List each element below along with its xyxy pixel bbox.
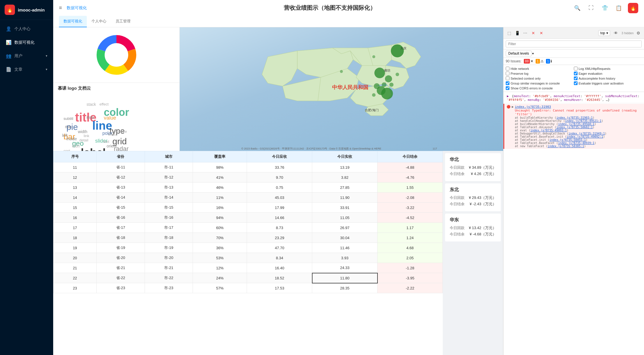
devtools-close-btn[interactable]: ✕ — [538, 30, 545, 37]
word-cloud-word[interactable]: text — [103, 139, 109, 144]
table-row[interactable]: 12 省-12 市-12 41% 9.70 3.82 -4.76 — [53, 172, 443, 183]
sidebar-item-users[interactable]: 👥 用户 ▾ — [0, 49, 53, 63]
sidebar-item-articles[interactable]: 📄 文章 ▾ — [0, 63, 53, 76]
header: ≡ 数据可视化 营收业绩图示（地图不支持国际化） 🔍 ⛶ 👕 📋 🔥 — [53, 0, 644, 16]
summary-row: 今日结余 ¥ -2.43（万元） — [450, 202, 496, 207]
word-cloud-word[interactable]: cont — [64, 149, 70, 151]
svg-text:中华人民共和国: 中华人民共和国 — [332, 84, 368, 90]
option-group-similar[interactable]: Group similar messages in console — [506, 81, 574, 85]
devtools-device-btn[interactable]: 📱 — [514, 30, 521, 37]
eval-triggers-checkbox[interactable] — [574, 81, 578, 85]
chart-icon: 📊 — [6, 40, 12, 45]
eager-eval-checkbox[interactable] — [574, 72, 578, 75]
word-cloud-word[interactable]: icon — [72, 144, 80, 148]
table-row[interactable]: 17 省-17 市-17 60% 8.73 26.97 1.17 — [53, 223, 443, 233]
word-cloud-word[interactable]: line — [92, 119, 112, 132]
table-row[interactable]: 20 省-20 市-20 53% 8.34 3.93 2.05 — [53, 253, 443, 263]
word-cloud-word[interactable]: stack — [87, 102, 96, 107]
cell-city: 市-16 — [145, 213, 193, 223]
devtools-eye-btn[interactable]: 👁 — [612, 30, 619, 37]
show-cors-checkbox[interactable] — [506, 86, 509, 90]
table-row[interactable]: 11 省-11 市-11 98% 33.76 13.19 -4.88 — [53, 162, 443, 172]
word-cloud-word[interactable]: inverse — [89, 149, 101, 151]
option-eval-triggers[interactable]: Evaluate triggers user activation — [574, 81, 642, 85]
word-cloud-word[interactable]: subtitl — [64, 116, 73, 121]
log-xml-checkbox[interactable] — [574, 67, 578, 70]
sidebar-item-label: 用户 — [14, 53, 22, 59]
table-row[interactable]: 19 省-19 市-19 36% 47.70 11.46 4.68 — [53, 243, 443, 253]
devtools-more-btn[interactable]: ⋯ — [522, 30, 529, 37]
cell-coverage: 24% — [193, 273, 247, 283]
sidebar-logo: 🔥 imooc-admin — [0, 0, 53, 20]
table-row[interactable]: 16 省-16 市-16 94% 14.66 11.05 -4.52 — [53, 213, 443, 223]
option-autocomplete[interactable]: Autocomplete from history — [574, 76, 642, 80]
cell-balance: 1.17 — [377, 223, 443, 233]
autocomplete-checkbox[interactable] — [574, 76, 578, 80]
word-cloud-container: titlecolorpielinebartypegeogridlabelrada… — [58, 93, 175, 151]
sidebar-item-label: 个人中心 — [14, 26, 30, 32]
option-eager-eval[interactable]: Eager evaluation — [574, 72, 642, 75]
devtools-console[interactable]: ▶ {menuText: '#bfcbd9', menuActiveText: … — [503, 92, 644, 355]
sidebar-item-dataviz[interactable]: 📊 数据可视化 — [0, 36, 53, 49]
option-selected-context[interactable]: Selected context only — [506, 76, 574, 80]
devtools-close-x-btn[interactable]: ✕ — [530, 30, 537, 37]
word-cloud-word[interactable]: value — [104, 115, 116, 121]
menu-toggle-button[interactable]: ≡ — [59, 5, 62, 11]
preserve-log-checkbox[interactable] — [506, 72, 509, 75]
option-preserve-log[interactable]: Preserve log — [506, 72, 574, 75]
word-cloud-word[interactable]: width — [78, 129, 87, 134]
group-similar-checkbox[interactable] — [506, 81, 509, 85]
svg-point-17 — [372, 55, 375, 58]
table-row[interactable]: 14 省-14 市-14 11% 45.03 11.90 -2.08 — [53, 193, 443, 203]
search-button[interactable]: 🔍 — [573, 3, 582, 13]
table-row[interactable]: 22 省-22 市-22 24% 18.52 11.80 -3.95 — [53, 273, 443, 283]
option-log-xml[interactable]: Log XMLHttpRequests — [574, 67, 642, 70]
table-row[interactable]: 23 省-23 市-23 57% 17.53 28.35 -2.22 — [53, 283, 443, 293]
word-cloud-word[interactable]: lines — [108, 132, 116, 137]
sidebar-item-personal[interactable]: 👤 个人中心 — [0, 22, 53, 36]
tab-personal[interactable]: 个人中心 — [87, 16, 111, 27]
hide-network-checkbox[interactable] — [506, 67, 509, 70]
word-cloud-word[interactable]: min — [65, 124, 72, 129]
tab-data-viz[interactable]: 数据可视化 — [59, 16, 87, 27]
main-content: 慕课 logo 文档云 titlecolorpielinebartypegeog… — [53, 27, 503, 355]
devtools-settings-btn[interactable]: ⚙ — [635, 30, 642, 37]
devtools-top-selector[interactable]: top ▾ — [598, 30, 610, 36]
yellow-count: 1 — [536, 59, 540, 64]
word-cloud-word[interactable]: left — [62, 133, 68, 138]
word-cloud-word[interactable]: link — [84, 134, 89, 138]
table-row[interactable]: 18 省-18 市-18 70% 23.29 30.04 1.24 — [53, 233, 443, 243]
breadcrumb[interactable]: 数据可视化 — [67, 5, 87, 11]
fullscreen-button[interactable]: ⛶ — [586, 3, 596, 13]
fire-button[interactable]: 🔥 — [628, 3, 638, 13]
tab-staff[interactable]: 员工管理 — [111, 16, 135, 27]
summary-card-title: 华东 — [450, 217, 496, 223]
table-row[interactable]: 15 省-15 市-15 16% 17.99 33.91 -3.22 — [53, 203, 443, 213]
expand-arrow[interactable]: ▶ — [512, 105, 514, 109]
word-cloud-word[interactable]: detail — [79, 138, 88, 142]
summary-row: 今日结余 ¥ 4.26（万元） — [450, 171, 496, 176]
error-message: Uncaught TypeError: Cannot read properti… — [515, 109, 642, 116]
error-file-link[interactable]: index.js?8735:31903 — [515, 105, 551, 109]
cell-id: 16 — [53, 213, 97, 223]
svg-point-8 — [385, 75, 392, 82]
filter-input[interactable] — [506, 41, 642, 47]
default-levels-button[interactable]: Default levels — [506, 51, 532, 56]
word-cloud-word[interactable]: inside — [66, 137, 77, 141]
cell-balance: 2.05 — [377, 253, 443, 263]
copy-button[interactable]: 📋 — [614, 3, 623, 13]
option-hide-network[interactable]: Hide network — [506, 67, 574, 70]
theme-button[interactable]: 👕 — [600, 3, 610, 13]
option-show-cors[interactable]: Show CORS errors in console — [506, 86, 574, 90]
word-cloud-word[interactable]: effect — [99, 102, 109, 106]
summary-label: 今日结余 — [450, 171, 465, 176]
table-row[interactable]: 21 省-21 市-21 12% 16.40 24.33 -1.28 — [53, 263, 443, 273]
table-container[interactable]: 序号 省份 城市 覆盖率 今日应收 今日实收 今日结余 11 省-11 市- — [53, 151, 443, 355]
expand-arrow[interactable]: ▶ — [507, 94, 509, 98]
selected-context-checkbox[interactable] — [506, 76, 509, 80]
table-row[interactable]: 13 省-13 市-13 46% 0.75 27.85 1.55 — [53, 183, 443, 193]
word-cloud-word[interactable]: restore — [115, 129, 127, 134]
word-cloud-word[interactable]: max — [87, 115, 94, 120]
word-cloud-word[interactable]: orient — [107, 144, 117, 148]
devtools-inspect-btn[interactable]: ⬚ — [506, 30, 513, 37]
